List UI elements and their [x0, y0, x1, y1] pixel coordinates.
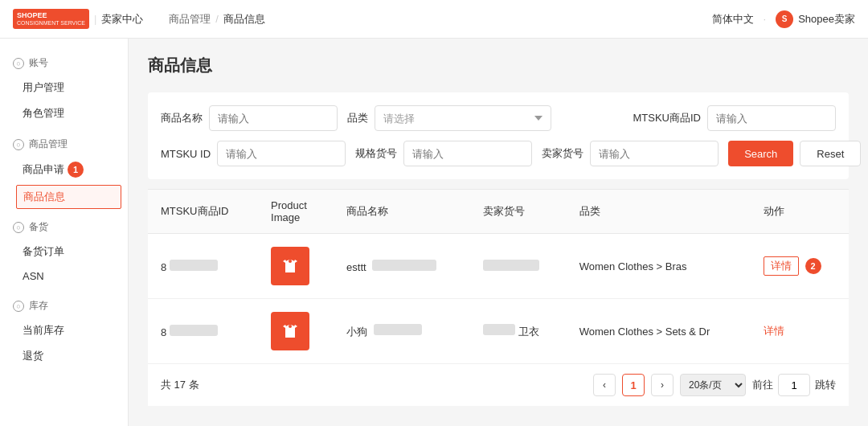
sidebar-category-inventory[interactable]: ○ 库存: [0, 294, 128, 317]
page-jump-input[interactable]: [778, 374, 810, 396]
product-image-icon: [271, 247, 309, 285]
logo-area: SHOPEE CONSIGNMENT SERVICE | 卖家中心: [13, 9, 143, 29]
page-goto: 前往 跳转: [752, 374, 836, 396]
language-switch[interactable]: 简体中文: [712, 12, 754, 27]
page-title: 商品信息: [148, 55, 849, 76]
col-mtsku-id: MTSKU商品ID: [148, 190, 258, 234]
breadcrumb-current: 商品信息: [223, 12, 265, 27]
header-divider: |: [94, 13, 96, 25]
seller-no-input[interactable]: [590, 141, 719, 166]
row1-category: Women Clothes > Bras: [567, 234, 751, 299]
table-row: 8: [148, 234, 849, 299]
shopee-icon: S: [776, 10, 793, 28]
sidebar-item-role-management[interactable]: 角色管理: [0, 100, 128, 126]
filter-sku-no: 规格货号: [355, 141, 532, 166]
col-action: 动作: [751, 190, 849, 234]
row1-name: esttt: [334, 234, 470, 299]
sidebar-category-product[interactable]: ○ 商品管理: [0, 133, 128, 156]
content-area: 商品信息 商品名称 品类 请选择 MTSKU商品ID: [129, 39, 868, 426]
filter-mtsku: MTSKU ID: [161, 141, 346, 166]
main-layout: ○ 账号 用户管理 角色管理 ○ 商品管理 商品申请 1 商品信息 ○ 备货 备…: [0, 39, 868, 426]
stock-icon: ○: [13, 222, 24, 233]
sidebar-item-user-management[interactable]: 用户管理: [0, 75, 128, 100]
product-name-label: 商品名称: [161, 111, 203, 125]
sku-no-input[interactable]: [403, 141, 532, 166]
sidebar-category-stock[interactable]: ○ 备货: [0, 215, 128, 239]
sidebar: ○ 账号 用户管理 角色管理 ○ 商品管理 商品申请 1 商品信息 ○ 备货 备…: [0, 39, 129, 426]
header-right: 简体中文 · S Shopee卖家: [712, 10, 855, 28]
sidebar-section-account: ○ 账号 用户管理 角色管理: [0, 51, 128, 126]
col-product-name: 商品名称: [334, 190, 470, 234]
row1-detail-link[interactable]: 详情: [764, 256, 799, 276]
mtsku-id-input[interactable]: [707, 105, 836, 131]
sidebar-section-stock: ○ 备货 备货订单 ASN: [0, 215, 128, 288]
current-page[interactable]: 1: [622, 374, 645, 396]
product-application-badge: 1: [68, 162, 84, 178]
row2-name-blurred: [374, 324, 422, 335]
header-left: SHOPEE CONSIGNMENT SERVICE | 卖家中心 商品管理 /…: [13, 9, 265, 29]
product-name-input[interactable]: [209, 105, 338, 131]
filter-actions: Search Reset: [728, 141, 861, 166]
mtsku-id-label: MTSKU商品ID: [633, 111, 702, 125]
row1-name-blurred: [372, 260, 436, 271]
sidebar-item-stock-order[interactable]: 备货订单: [0, 239, 128, 264]
category-select[interactable]: 请选择: [375, 105, 551, 131]
goto-label: 前往: [752, 378, 773, 392]
clothing-svg-2: [277, 318, 303, 344]
row1-id-blurred: [170, 260, 218, 271]
sidebar-category-account[interactable]: ○ 账号: [0, 51, 128, 75]
row1-seller-blurred: [483, 260, 539, 271]
row1-action: 详情 2: [751, 234, 849, 299]
sidebar-item-product-info[interactable]: 商品信息: [16, 185, 121, 209]
breadcrumb-parent[interactable]: 商品管理: [169, 12, 211, 27]
pagination-area: 共 17 条 ‹ 1 › 20条/页 50条/页 100条/页 前往 跳转: [148, 363, 849, 406]
inventory-icon: ○: [13, 301, 24, 312]
svg-point-1: [289, 260, 292, 263]
filter-category: 品类 请选择: [347, 105, 551, 131]
row2-seller-no: 卫衣: [470, 299, 567, 364]
per-page-select[interactable]: 20条/页 50条/页 100条/页: [680, 374, 746, 396]
row2-name: 小狗: [334, 299, 470, 364]
sidebar-item-product-application[interactable]: 商品申请 1: [0, 156, 128, 183]
sidebar-section-product: ○ 商品管理 商品申请 1 商品信息: [0, 133, 128, 209]
filter-row-2: MTSKU ID 规格货号 卖家货号 Search Reset: [161, 141, 836, 166]
logo-box: SHOPEE CONSIGNMENT SERVICE: [13, 9, 89, 29]
account-label: 账号: [29, 56, 48, 70]
seller-no-label: 卖家货号: [542, 146, 583, 161]
row1-id: 8: [148, 234, 258, 299]
pagination-controls: ‹ 1 › 20条/页 50条/页 100条/页 前往 跳转: [593, 374, 836, 396]
sidebar-item-current-inventory[interactable]: 当前库存: [0, 317, 128, 343]
product-table: MTSKU商品ID ProductImage 商品名称 卖家货号 品类 动作 8: [148, 189, 849, 363]
filter-seller-no: 卖家货号: [542, 141, 719, 166]
prev-page-button[interactable]: ‹: [593, 374, 616, 396]
sidebar-item-asn[interactable]: ASN: [0, 264, 128, 288]
table-area: MTSKU商品ID ProductImage 商品名称 卖家货号 品类 动作 8: [148, 189, 849, 406]
reset-button[interactable]: Reset: [800, 141, 861, 166]
row1-image: [258, 234, 334, 299]
search-button[interactable]: Search: [728, 141, 793, 166]
clothing-svg: [277, 253, 303, 279]
lang-dot: ·: [764, 13, 767, 25]
account-icon: ○: [13, 58, 24, 69]
shopee-brand: S Shopee卖家: [776, 10, 855, 28]
stock-label: 备货: [29, 220, 48, 234]
row2-detail-link[interactable]: 详情: [764, 325, 784, 337]
row1-detail-badge: 2: [805, 258, 821, 274]
mtsku-input[interactable]: [217, 141, 346, 166]
col-seller-no: 卖家货号: [470, 190, 567, 234]
seller-center: 卖家中心: [101, 12, 143, 27]
product-category-label: 商品管理: [29, 137, 68, 151]
inventory-label: 库存: [29, 299, 48, 313]
row2-id: 8: [148, 299, 258, 364]
row1-seller-no: [470, 234, 567, 299]
row2-action: 详情: [751, 299, 849, 364]
breadcrumb-separator: /: [215, 13, 219, 25]
next-page-button[interactable]: ›: [651, 374, 674, 396]
sidebar-item-return[interactable]: 退货: [0, 343, 128, 369]
pagination-total: 共 17 条: [161, 378, 199, 392]
breadcrumb: 商品管理 / 商品信息: [169, 12, 265, 27]
row2-category: Women Clothes > Sets & Dr: [567, 299, 751, 364]
svg-point-3: [289, 325, 292, 328]
product-icon: ○: [13, 139, 24, 150]
jump-label: 跳转: [815, 378, 836, 392]
